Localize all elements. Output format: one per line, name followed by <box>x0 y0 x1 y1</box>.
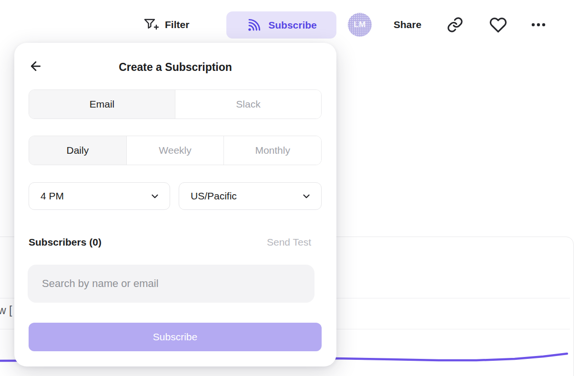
chevron-down-icon <box>301 191 312 201</box>
avatar-initials: LM <box>354 20 366 30</box>
tab-daily[interactable]: Daily <box>29 136 126 165</box>
modal-title: Create a Subscription <box>14 61 336 74</box>
filter-label: Filter <box>165 19 189 30</box>
link-icon <box>446 16 464 33</box>
filter-plus-icon <box>143 17 159 32</box>
subscribers-heading: Subscribers (0) <box>29 237 267 248</box>
share-button[interactable]: Share <box>394 14 421 35</box>
rss-icon <box>246 17 262 33</box>
tab-monthly[interactable]: Monthly <box>223 136 321 165</box>
chevron-down-icon <box>150 191 160 201</box>
subscribe-submit-button[interactable]: Subscribe <box>29 323 322 351</box>
favorite-button[interactable] <box>487 14 508 35</box>
send-test-button[interactable]: Send Test <box>267 237 311 248</box>
subscriber-search-input[interactable] <box>28 265 314 303</box>
filter-button[interactable]: Filter <box>143 14 189 35</box>
subscribe-toolbar-label: Subscribe <box>268 20 317 31</box>
ellipsis-icon <box>529 15 548 34</box>
subscribe-toolbar-button[interactable]: Subscribe <box>226 11 336 39</box>
channel-tabs: Email Slack <box>29 89 322 119</box>
tab-weekly[interactable]: Weekly <box>126 136 224 165</box>
heart-icon <box>489 16 507 34</box>
page: w [ Filter Subscribe <box>0 0 588 376</box>
subscribers-row: Subscribers (0) Send Test <box>29 235 311 249</box>
tab-email[interactable]: Email <box>29 90 175 119</box>
time-select-value: 4 PM <box>41 190 150 202</box>
time-select[interactable]: 4 PM <box>29 182 170 210</box>
share-label: Share <box>394 19 421 30</box>
more-options-button[interactable] <box>528 14 549 35</box>
create-subscription-modal: Create a Subscription Email Slack Daily … <box>14 43 336 366</box>
timezone-select-value: US/Pacific <box>191 190 301 202</box>
avatar[interactable]: LM <box>348 13 372 37</box>
timezone-select[interactable]: US/Pacific <box>179 182 322 210</box>
clipped-background-text: w [ <box>0 304 12 317</box>
copy-link-button[interactable] <box>445 14 466 35</box>
tab-slack[interactable]: Slack <box>175 90 321 119</box>
frequency-tabs: Daily Weekly Monthly <box>29 136 322 165</box>
